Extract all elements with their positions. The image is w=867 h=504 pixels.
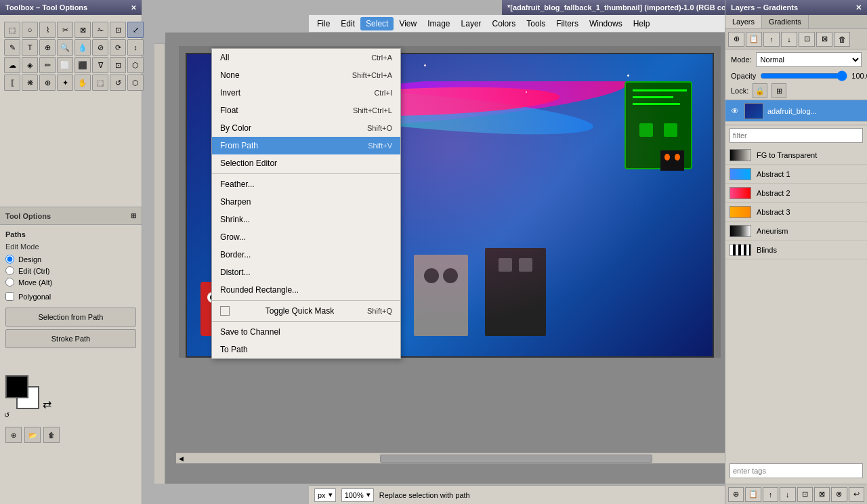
lock-pixels-btn[interactable]: 🔒: [753, 83, 767, 98]
layers-new-btn[interactable]: ⊕: [728, 32, 744, 47]
tool-flip[interactable]: ↕: [127, 39, 144, 56]
swap-colors-btn[interactable]: ⇄: [43, 398, 51, 411]
tool-by-color[interactable]: ⊠: [75, 22, 91, 38]
menu-select-quick-mask[interactable]: Toggle Quick Mask Shift+Q: [212, 302, 400, 320]
menu-colors[interactable]: Colors: [487, 17, 522, 30]
tool-transform[interactable]: ↺: [110, 75, 126, 91]
foreground-color[interactable]: [5, 375, 28, 398]
menu-select-save-channel[interactable]: Save to Channel: [212, 323, 400, 341]
radio-design[interactable]: Design: [5, 255, 136, 264]
tab-layers[interactable]: Layers: [725, 15, 762, 28]
menu-select-border[interactable]: Border...: [212, 246, 400, 264]
selection-from-path-btn[interactable]: Selection from Path: [5, 308, 136, 327]
tool-blur[interactable]: ☁: [4, 57, 20, 73]
tool-warp[interactable]: ⬡: [127, 75, 144, 91]
tool-measure[interactable]: ⊕: [39, 39, 56, 56]
toolbox-close-btn[interactable]: ✕: [131, 4, 136, 12]
tool-convolve[interactable]: ❋: [22, 75, 38, 91]
tool-paint[interactable]: ✏: [39, 57, 56, 73]
menu-help[interactable]: Help: [628, 17, 656, 30]
unit-dropdown[interactable]: px ▾: [314, 488, 336, 502]
layers-anchor-btn[interactable]: ⊡: [799, 32, 815, 47]
tool-crop[interactable]: ⬚: [92, 75, 108, 91]
menu-select-all[interactable]: All Ctrl+A: [212, 49, 400, 66]
gradient-item-blinds[interactable]: Blinds: [725, 240, 867, 259]
menu-select-none[interactable]: None Shift+Ctrl+A: [212, 66, 400, 84]
menu-select-by-color[interactable]: By Color Shift+O: [212, 119, 400, 137]
menu-image[interactable]: Image: [422, 17, 455, 30]
reset-colors-btn[interactable]: ↺: [4, 411, 9, 419]
layers-merge-btn[interactable]: ⊠: [816, 32, 832, 47]
lock-alpha-btn[interactable]: ⊞: [771, 83, 786, 98]
radio-edit-input[interactable]: [5, 266, 14, 275]
scroll-left-btn[interactable]: ◀: [179, 455, 184, 462]
tool-fuzzy-select[interactable]: ✂: [57, 22, 73, 38]
menu-windows[interactable]: Windows: [584, 17, 628, 30]
menu-layer[interactable]: Layer: [456, 17, 487, 30]
menu-select-from-path[interactable]: From Path Shift+V: [212, 137, 400, 154]
scroll-thumb-h[interactable]: [380, 455, 652, 463]
bottom-merge-btn[interactable]: ⊠: [814, 487, 830, 502]
layer-item[interactable]: 👁 adafruit_blog...: [725, 100, 867, 122]
gradient-item-abstract1[interactable]: Abstract 1: [725, 165, 867, 184]
bottom-copy-btn[interactable]: 📋: [745, 487, 761, 502]
open-image-btn[interactable]: 📂: [24, 427, 41, 443]
bottom-confirm-btn[interactable]: ↩: [849, 487, 864, 502]
tool-zoom[interactable]: 🔍: [57, 39, 73, 56]
tool-align[interactable]: ✦: [57, 75, 73, 91]
menu-select-float[interactable]: Float Shift+Ctrl+L: [212, 102, 400, 119]
tool-persp-clone[interactable]: ⬡: [127, 57, 144, 73]
tool-eraser[interactable]: ⬜: [57, 57, 73, 73]
bottom-anchor-btn[interactable]: ⊡: [797, 487, 813, 502]
zoom-dropdown[interactable]: 100% ▾: [341, 488, 374, 502]
menu-select-shrink[interactable]: Shrink...: [212, 211, 400, 228]
opacity-slider[interactable]: [760, 71, 847, 81]
polygonal-checkbox-item[interactable]: Polygonal: [5, 292, 136, 301]
menu-filters[interactable]: Filters: [551, 17, 584, 30]
bottom-new-btn[interactable]: ⊕: [728, 487, 744, 502]
menu-view[interactable]: View: [394, 17, 422, 30]
layers-delete-btn[interactable]: 🗑: [834, 32, 850, 47]
gradient-item-aneurism[interactable]: Aneurism: [725, 222, 867, 240]
menu-edit[interactable]: Edit: [335, 17, 360, 30]
tool-scissors[interactable]: ✁: [92, 22, 108, 38]
menu-select-distort[interactable]: Distort...: [212, 264, 400, 281]
tool-gradient[interactable]: ∇: [92, 57, 108, 73]
raise-layer-btn[interactable]: 🗑: [43, 427, 60, 443]
polygonal-checkbox[interactable]: [5, 292, 14, 301]
menu-select-rounded[interactable]: Rounded Rectangle...: [212, 281, 400, 299]
tool-heal[interactable]: ⊘: [92, 39, 108, 56]
menu-select-feather[interactable]: Feather...: [212, 175, 400, 193]
menu-select-invert[interactable]: Invert Ctrl+I: [212, 84, 400, 102]
menu-select-selection-editor[interactable]: Selection Editor: [212, 154, 400, 172]
gradient-filter-input[interactable]: [729, 128, 863, 143]
layers-copy-btn[interactable]: 📋: [746, 32, 762, 47]
bottom-down-btn[interactable]: ↓: [780, 487, 795, 502]
tool-rect-select[interactable]: ⬚: [4, 22, 20, 38]
tool-ellipse-select[interactable]: ○: [22, 22, 38, 38]
tool-text[interactable]: T: [22, 39, 38, 56]
new-image-btn[interactable]: ⊕: [5, 427, 22, 443]
layer-mode-select[interactable]: Normal Dissolve Multiply Screen: [756, 52, 862, 67]
tool-paths[interactable]: ⤢: [127, 22, 144, 38]
tool-bucket[interactable]: ⬛: [75, 57, 91, 73]
gradient-item-abstract3[interactable]: Abstract 3: [725, 203, 867, 222]
tool-dodge-burn[interactable]: ⟦: [4, 75, 20, 91]
tool-free-select[interactable]: ⌇: [39, 22, 56, 38]
tab-gradients[interactable]: Gradients: [762, 15, 809, 28]
tags-input[interactable]: [729, 463, 863, 478]
menu-select-grow[interactable]: Grow...: [212, 228, 400, 246]
tool-smudge[interactable]: ◈: [22, 57, 38, 73]
tool-color-pick[interactable]: 💧: [75, 39, 91, 56]
tool-clone[interactable]: ⊡: [110, 57, 126, 73]
layer-visibility-btn[interactable]: 👁: [729, 106, 740, 117]
menu-file[interactable]: File: [312, 17, 335, 30]
menu-select-sharpen[interactable]: Sharpen: [212, 193, 400, 211]
gradient-item-abstract2[interactable]: Abstract 2: [725, 184, 867, 203]
menu-select[interactable]: Select: [360, 17, 394, 30]
tool-options-menu-btn[interactable]: ⊞: [131, 212, 136, 219]
menu-tools[interactable]: Tools: [521, 17, 551, 30]
tool-rotate[interactable]: ⟳: [110, 39, 126, 56]
radio-move-input[interactable]: [5, 278, 14, 287]
radio-design-input[interactable]: [5, 255, 14, 264]
